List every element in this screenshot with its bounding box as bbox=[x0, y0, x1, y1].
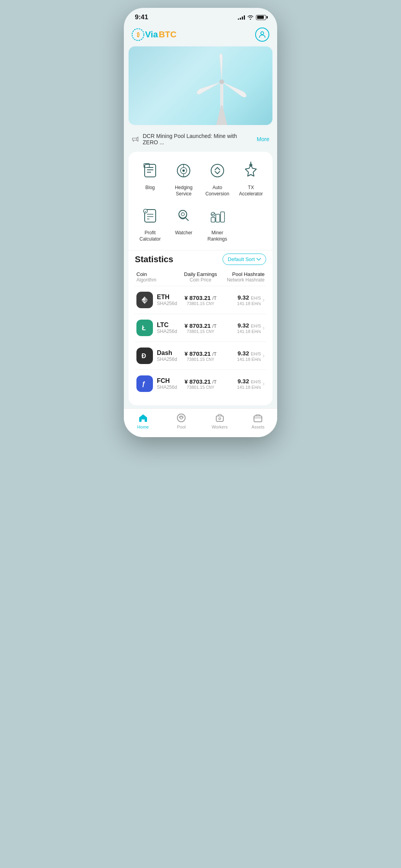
svg-text:Ł: Ł bbox=[142, 325, 146, 331]
coin-info-eth: ETH SHA256d bbox=[136, 292, 179, 308]
svg-point-12 bbox=[182, 169, 185, 172]
stats-header: Statistics Default Sort bbox=[135, 254, 266, 265]
svg-point-2 bbox=[261, 32, 263, 35]
coin-info-dash: Đ Dash SHA256d bbox=[136, 348, 179, 364]
svg-text:₿: ₿ bbox=[137, 31, 140, 38]
quick-menu-row2: + ProfitCalculator Watcher bbox=[135, 205, 266, 242]
coin-row-ltc[interactable]: Ł LTC SHA256d ¥ 8703.21 /T 73801.15 CNY … bbox=[135, 314, 266, 342]
profit-calculator-icon: + bbox=[141, 206, 160, 225]
banner-image bbox=[129, 46, 272, 125]
hedging-label: HedgingService bbox=[175, 185, 193, 197]
svg-line-26 bbox=[186, 218, 188, 221]
svg-point-4 bbox=[219, 79, 224, 84]
blog-label: Blog bbox=[145, 185, 155, 191]
stats-title: Statistics bbox=[135, 254, 173, 265]
coin-hashrate-ltc: 9.32 EH/S 141.18 EH/s › bbox=[222, 322, 265, 334]
sort-button[interactable]: Default Sort bbox=[223, 254, 266, 265]
chevron-down-icon bbox=[256, 258, 261, 261]
svg-point-15 bbox=[211, 164, 224, 177]
auto-conversion-label: AutoConversion bbox=[205, 185, 229, 197]
header: ₿ Via BTC bbox=[124, 24, 277, 46]
quick-menu-row1: Blog HedgingService bbox=[135, 160, 266, 197]
svg-rect-27 bbox=[211, 217, 215, 222]
watcher-icon bbox=[174, 206, 193, 225]
chevron-right-icon: › bbox=[263, 380, 265, 387]
profit-calculator-label: ProfitCalculator bbox=[140, 230, 161, 242]
earnings-value: ¥ 8703.21 /T bbox=[179, 322, 222, 329]
menu-item-hedging[interactable]: HedgingService bbox=[169, 160, 199, 197]
wifi-icon bbox=[247, 15, 254, 20]
menu-item-tx-accelerator[interactable]: TXAccelerator bbox=[236, 160, 267, 197]
svg-point-25 bbox=[181, 213, 184, 216]
coin-price: 73801.15 CNY bbox=[179, 385, 222, 390]
coin-price: 73801.15 CNY bbox=[179, 329, 222, 334]
nav-assets[interactable]: Assets bbox=[239, 413, 278, 429]
coin-symbol: Dash bbox=[157, 349, 177, 357]
coin-row-dash[interactable]: Đ Dash SHA256d ¥ 8703.21 /T 73801.15 CNY… bbox=[135, 342, 266, 370]
nav-workers[interactable]: Workers bbox=[200, 413, 239, 429]
menu-item-blog[interactable]: Blog bbox=[135, 160, 166, 197]
earnings-value: ¥ 8703.21 /T bbox=[179, 294, 222, 301]
coin-row-fch[interactable]: ƒ FCH SHA256d ¥ 8703.21 /T 73801.15 CNY … bbox=[135, 370, 266, 397]
wind-turbine bbox=[186, 50, 257, 125]
coin-price: 73801.15 CNY bbox=[179, 357, 222, 362]
svg-point-41 bbox=[219, 418, 221, 420]
svg-point-38 bbox=[177, 414, 185, 422]
nav-assets-label: Assets bbox=[252, 425, 265, 429]
logo-icon: ₿ bbox=[132, 28, 144, 41]
coin-logo-dash: Đ bbox=[136, 348, 153, 364]
svg-text:Đ: Đ bbox=[142, 353, 146, 359]
chevron-right-icon: › bbox=[263, 296, 265, 303]
menu-item-auto-conversion[interactable]: AutoConversion bbox=[202, 160, 233, 197]
nav-home-label: Home bbox=[137, 425, 149, 429]
main-card: Blog HedgingService bbox=[129, 152, 272, 405]
workers-icon bbox=[215, 413, 225, 423]
network-hashrate: 141.18 EH/s bbox=[237, 385, 261, 390]
coin-info-fch: ƒ FCH SHA256d bbox=[136, 375, 179, 392]
svg-point-24 bbox=[179, 210, 187, 218]
logo-btc: BTC bbox=[159, 29, 177, 40]
nav-pool-label: Pool bbox=[177, 425, 186, 429]
logo: ₿ Via BTC bbox=[132, 28, 177, 41]
announcement-icon bbox=[132, 136, 139, 142]
menu-item-miner-rankings[interactable]: MinerRankings bbox=[202, 205, 233, 242]
home-icon bbox=[138, 413, 148, 423]
network-hashrate: 141.18 EH/s bbox=[237, 329, 261, 334]
th-algorithm: Algorithm bbox=[136, 277, 179, 283]
th-daily-earnings: Daily Earnings bbox=[179, 271, 222, 277]
assets-icon bbox=[253, 413, 263, 423]
svg-text:ƒ: ƒ bbox=[142, 381, 145, 387]
coin-logo-fch: ƒ bbox=[136, 375, 153, 392]
svg-marker-31 bbox=[145, 296, 148, 301]
coin-logo-ltc: Ł bbox=[136, 320, 153, 336]
coin-earnings-fch: ¥ 8703.21 /T 73801.15 CNY bbox=[179, 378, 222, 390]
miner-rankings-icon bbox=[208, 206, 227, 225]
status-time: 9:41 bbox=[135, 13, 148, 21]
pool-hashrate-value: 9.32 bbox=[237, 322, 249, 329]
menu-item-profit-calculator[interactable]: + ProfitCalculator bbox=[135, 205, 166, 242]
coin-row-eth[interactable]: ETH SHA256d ¥ 8703.21 /T 73801.15 CNY 9.… bbox=[135, 286, 266, 314]
statistics-section: Statistics Default Sort Coin Algorithm D… bbox=[135, 250, 266, 397]
news-more-button[interactable]: More bbox=[257, 136, 269, 142]
coin-hashrate-eth: 9.32 EH/S 141.18 EH/s › bbox=[222, 294, 265, 306]
menu-item-watcher[interactable]: Watcher bbox=[169, 205, 199, 242]
status-bar: 9:41 bbox=[124, 8, 277, 24]
avatar-button[interactable] bbox=[255, 28, 269, 42]
coin-earnings-ltc: ¥ 8703.21 /T 73801.15 CNY bbox=[179, 322, 222, 334]
nav-home[interactable]: Home bbox=[124, 413, 162, 429]
status-icons bbox=[238, 15, 266, 20]
logo-via: Via bbox=[145, 29, 158, 40]
watcher-label: Watcher bbox=[175, 230, 192, 236]
user-icon bbox=[258, 30, 267, 39]
chevron-right-icon: › bbox=[263, 352, 265, 359]
svg-text:+: + bbox=[144, 210, 146, 213]
coin-logo-eth bbox=[136, 292, 153, 308]
svg-rect-28 bbox=[216, 214, 220, 222]
table-header: Coin Algorithm Daily Earnings Coin Price… bbox=[135, 271, 266, 283]
svg-rect-40 bbox=[216, 416, 223, 421]
nav-pool[interactable]: Pool bbox=[162, 413, 201, 429]
tx-accelerator-label: TXAccelerator bbox=[239, 185, 263, 197]
coin-algorithm: SHA256d bbox=[157, 384, 177, 390]
svg-rect-42 bbox=[254, 416, 262, 422]
miner-rankings-label: MinerRankings bbox=[208, 230, 227, 242]
